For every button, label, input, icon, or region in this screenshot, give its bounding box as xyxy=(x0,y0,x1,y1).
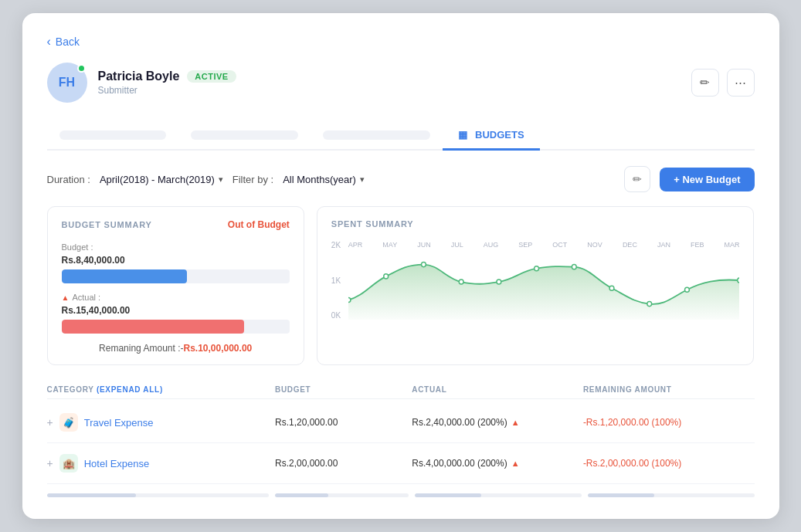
remaining-row: Remaning Amount :-Rs.10,00,000.00 xyxy=(62,343,290,354)
chart-svg-container xyxy=(348,241,740,320)
edit-user-button[interactable]: ✏ xyxy=(691,69,719,97)
expand-all-link[interactable]: (expenad all) xyxy=(97,385,163,394)
hotel-budget: Rs.2,00,000.00 xyxy=(275,458,412,469)
cat-name-cell-travel: + 🧳 Travel Expense xyxy=(47,413,275,432)
svg-point-2 xyxy=(421,263,426,267)
budget-summary-title: BUDGET SUMMARY Out of Budget xyxy=(62,219,290,230)
budget-row: Budget : Rs.8,40,000.00 xyxy=(62,242,290,283)
svg-point-3 xyxy=(459,280,463,284)
line-chart-svg xyxy=(348,241,740,320)
travel-actual: Rs.2,40,000.00 (200%) ▲ xyxy=(412,417,583,428)
scrollbar-thumb-2 xyxy=(275,493,328,497)
budget-bar-track xyxy=(62,269,290,283)
scrollbar-thumb-3 xyxy=(415,493,481,497)
duration-select[interactable]: April(2018) - March(2019) ▾ xyxy=(100,174,223,185)
back-link[interactable]: ‹ Back xyxy=(47,35,755,49)
table-row: + 🧳 Travel Expense Rs.1,20,000.00 Rs.2,4… xyxy=(47,402,755,443)
svg-point-8 xyxy=(647,302,652,307)
svg-point-0 xyxy=(348,297,351,302)
filter-by-label: Filter by : xyxy=(232,174,273,185)
edit-budget-button[interactable]: ✏ xyxy=(624,166,650,192)
user-row: FH Patricia Boyle ACTIVE Submitter ✏ ⋯ xyxy=(47,63,755,103)
scrollbar-thumb-4 xyxy=(588,493,654,497)
back-chevron-icon: ‹ xyxy=(47,35,51,49)
filter-by-chevron-icon: ▾ xyxy=(360,175,365,185)
main-card: ‹ Back FH Patricia Boyle ACTIVE Submitte… xyxy=(22,13,779,519)
status-badge: ACTIVE xyxy=(187,70,236,83)
svg-point-9 xyxy=(684,287,689,292)
scrollbar-track-4[interactable] xyxy=(588,493,755,497)
tab-budgets[interactable]: ▦ BUDGETS xyxy=(443,121,539,151)
svg-point-6 xyxy=(572,265,576,269)
travel-expense-link[interactable]: Travel Expense xyxy=(84,417,154,429)
more-options-button[interactable]: ⋯ xyxy=(727,69,755,97)
budget-amount: Rs.8,40,000.00 xyxy=(62,255,290,266)
category-table: CATEGORY (expenad all) BUDGET ACTUAL REM… xyxy=(47,381,755,484)
tabs-bar: ▦ BUDGETS xyxy=(47,121,755,151)
budget-summary-box: BUDGET SUMMARY Out of Budget Budget : Rs… xyxy=(47,206,304,365)
cat-name-cell-hotel: + 🏨 Hotel Expense xyxy=(47,454,275,473)
user-actions: ✏ ⋯ xyxy=(691,69,755,97)
budgets-tab-icon: ▦ xyxy=(458,129,467,141)
hotel-icon: 🏨 xyxy=(59,454,78,473)
spent-summary-title: SPENT SUMMARY xyxy=(331,219,740,229)
spent-summary-chart: 2K 1K 0K xyxy=(331,241,740,334)
svg-point-10 xyxy=(738,278,740,283)
svg-point-4 xyxy=(497,280,501,284)
user-name-row: Patricia Boyle ACTIVE xyxy=(98,69,236,83)
duration-value: April(2018) - March(2019) xyxy=(100,174,215,185)
remaining-amount: Rs.10,00,000.00 xyxy=(183,343,252,354)
tab-budgets-label: BUDGETS xyxy=(475,129,524,141)
duration-chevron-icon: ▾ xyxy=(219,175,223,185)
scrollbar-track-1[interactable] xyxy=(47,493,270,497)
online-indicator xyxy=(77,64,86,73)
svg-point-5 xyxy=(534,266,538,271)
col-header-remaining: REMAINING AMOUNT xyxy=(583,385,755,394)
expand-hotel-button[interactable]: + xyxy=(47,457,53,469)
table-row: + 🏨 Hotel Expense Rs.2,00,000.00 Rs.4,00… xyxy=(47,443,755,484)
spent-summary-box: SPENT SUMMARY 2K 1K 0K xyxy=(317,206,755,365)
actual-bar-track xyxy=(62,320,290,334)
col-header-category: CATEGORY (expenad all) xyxy=(47,385,275,394)
new-budget-button[interactable]: + New Budget xyxy=(660,168,754,191)
hotel-actual: Rs.4,00,000.00 (200%) ▲ xyxy=(412,458,583,469)
tab-placeholder-2 xyxy=(191,130,298,140)
out-of-budget-label: Out of Budget xyxy=(228,219,290,230)
travel-remaining: -Rs.1,20,000.00 (100%) xyxy=(583,417,755,428)
col-header-actual: ACTUAL xyxy=(412,385,583,394)
budget-bar-fill xyxy=(62,269,187,283)
scrollbar-row xyxy=(47,493,755,497)
tab-placeholder-1 xyxy=(59,130,167,140)
user-role: Submitter xyxy=(98,85,236,96)
hotel-remaining: -Rs.2,00,000.00 (100%) xyxy=(583,458,755,469)
svg-point-7 xyxy=(609,286,614,290)
scrollbar-track-3[interactable] xyxy=(415,493,582,497)
back-label: Back xyxy=(56,36,80,48)
chart-y-labels: 2K 1K 0K xyxy=(331,241,341,334)
filter-by-select[interactable]: All Months(year) ▾ xyxy=(283,174,365,185)
filter-by-value: All Months(year) xyxy=(283,174,356,185)
pencil-icon: ✏ xyxy=(700,76,710,90)
actual-row: ▲ Actual : Rs.15,40,000.00 xyxy=(62,293,290,334)
travel-icon: 🧳 xyxy=(59,413,78,432)
actual-bar-fill xyxy=(62,320,244,334)
avatar-wrap: FH xyxy=(47,63,87,103)
budget-row-label: Budget : xyxy=(62,242,290,252)
duration-label: Duration : xyxy=(47,174,90,185)
actual-row-label: ▲ Actual : xyxy=(62,293,290,302)
tab-placeholder-3 xyxy=(323,130,430,140)
ellipsis-icon: ⋯ xyxy=(735,76,746,90)
hotel-expense-link[interactable]: Hotel Expense xyxy=(84,458,150,469)
category-table-header: CATEGORY (expenad all) BUDGET ACTUAL REM… xyxy=(47,381,755,399)
hotel-up-arrow-icon: ▲ xyxy=(511,459,520,468)
expand-travel-button[interactable]: + xyxy=(47,416,53,429)
scrollbar-track-2[interactable] xyxy=(275,493,409,497)
user-name: Patricia Boyle xyxy=(98,69,180,83)
travel-up-arrow-icon: ▲ xyxy=(511,418,520,427)
summary-grid: BUDGET SUMMARY Out of Budget Budget : Rs… xyxy=(47,206,755,365)
edit-pencil-icon: ✏ xyxy=(633,173,642,185)
actual-amount: Rs.15,40,000.00 xyxy=(62,305,290,316)
svg-point-1 xyxy=(384,274,389,279)
travel-budget: Rs.1,20,000.00 xyxy=(275,417,412,428)
col-header-budget: BUDGET xyxy=(275,385,412,394)
